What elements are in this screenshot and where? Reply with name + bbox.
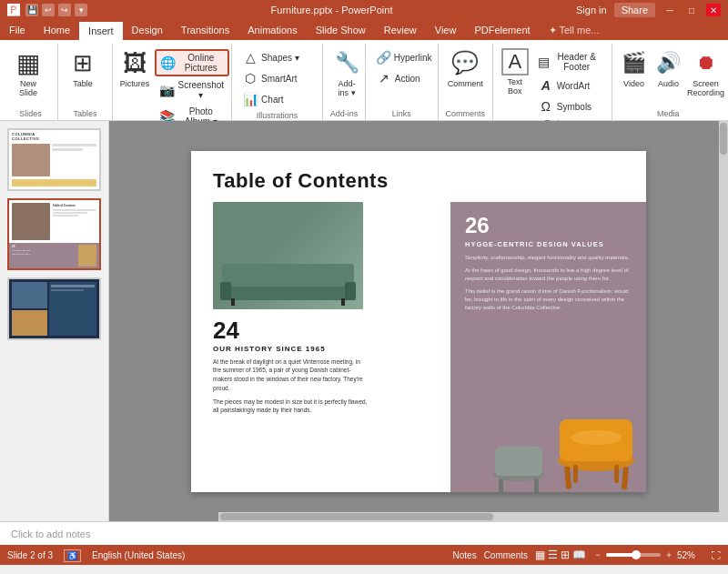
redo-quick-icon[interactable]: ↪	[58, 4, 71, 16]
illustrations-group-content: △ Shapes ▾ ⬡ SmartArt 📊 Chart	[238, 47, 317, 109]
slide-2-thumbnail[interactable]: Table of Contents 26HYGGE-CENTRICDESIGN …	[7, 198, 101, 270]
tab-tellme[interactable]: ✦ Tell me...	[540, 20, 609, 40]
media-group-content: 🎬 Video 🔊 Audio ⏺ ScreenRecording	[618, 45, 719, 107]
maximize-button[interactable]: □	[684, 4, 699, 16]
tab-view[interactable]: View	[426, 20, 466, 40]
window-title: Furniture.pptx - PowerPoint	[87, 5, 576, 15]
addins-button[interactable]: 🔧 Add-ins ▾	[329, 45, 365, 100]
slide-canvas: Table of Contents	[191, 151, 646, 492]
scrollbar-thumb[interactable]	[720, 123, 727, 155]
text-box-button[interactable]: A TextBox	[499, 45, 531, 98]
section-24-text: At the break of daylight on a quiet Vint…	[213, 357, 368, 393]
addins-group-content: 🔧 Add-ins ▾	[329, 45, 359, 107]
table-icon: ⊞	[68, 48, 97, 77]
symbols-button[interactable]: Ω Symbols	[533, 96, 606, 116]
vertical-scrollbar[interactable]	[719, 121, 728, 521]
action-button[interactable]: ↗ Action	[371, 68, 432, 88]
tab-home[interactable]: Home	[35, 20, 79, 40]
tables-group-label: Tables	[64, 107, 106, 118]
hyperlink-button[interactable]: 🔗 Hyperlink	[371, 47, 432, 67]
language: English (United States)	[92, 550, 185, 560]
slide-title: Table of Contents	[213, 169, 624, 193]
shapes-button[interactable]: △ Shapes ▾	[238, 47, 317, 67]
view-controls: ▦ ☰ ⊞ 📖	[535, 549, 586, 561]
comment-icon: 💬	[450, 48, 480, 77]
hyperlink-icon: 🔗	[376, 50, 391, 65]
table-button[interactable]: ⊞ Table	[64, 45, 102, 91]
save-quick-icon[interactable]: 💾	[25, 4, 38, 16]
addins-group-label: Add-ins	[329, 107, 359, 118]
notes-placeholder[interactable]: Click to add notes	[11, 529, 90, 539]
tab-design[interactable]: Design	[123, 20, 172, 40]
slide-1-thumbnail[interactable]: COLUMBIACOLLECTIVE	[7, 128, 101, 191]
chart-button[interactable]: 📊 Chart	[238, 89, 317, 109]
screenshot-button[interactable]: 📷 Screenshot ▾	[155, 77, 229, 103]
header-footer-button[interactable]: ▤ Header & Footer	[533, 49, 606, 75]
share-button[interactable]: Share	[614, 3, 655, 17]
view-reading-icon[interactable]: 📖	[572, 549, 586, 561]
zoom-slider[interactable]	[606, 553, 661, 557]
illustrations-group-label: Illustrations	[238, 109, 317, 120]
notes-toggle[interactable]: Notes	[453, 550, 477, 560]
quick-access-toolbar: 💾 ↩ ↪ ▾	[25, 4, 87, 16]
comments-group-content: 💬 Comment	[444, 45, 487, 107]
slide-1-logo: COLUMBIACOLLECTIVE	[12, 133, 96, 142]
svg-rect-5	[614, 465, 619, 483]
canvas-area: Table of Contents	[109, 121, 728, 521]
tab-file[interactable]: File	[0, 20, 35, 40]
tab-animations[interactable]: Animations	[238, 20, 306, 40]
section-26-text2: At the heart of good design, thousands t…	[465, 267, 632, 283]
media-group-label: Media	[618, 107, 719, 118]
close-button[interactable]: ✕	[706, 4, 721, 16]
online-pictures-icon: 🌐	[160, 55, 176, 70]
horizontal-scrollbar[interactable]	[218, 512, 728, 521]
slide-1-container: 1 COLUMBIACOLLECTIVE	[4, 128, 105, 191]
slide-1-content: COLUMBIACOLLECTIVE	[9, 130, 99, 189]
zoom-out-button[interactable]: －	[593, 549, 602, 561]
zoom-slider-thumb[interactable]	[632, 550, 641, 559]
slide-info: Slide 2 of 3	[7, 550, 53, 560]
undo-quick-icon[interactable]: ↩	[42, 4, 55, 16]
tab-transitions[interactable]: Transitions	[172, 20, 238, 40]
text-small-group: ▤ Header & Footer A WordArt Ω Symbols	[533, 49, 606, 116]
view-normal-icon[interactable]: ▦	[535, 549, 545, 561]
scrollbar-h-thumb[interactable]	[220, 513, 493, 520]
addins-icon: 🔧	[332, 48, 361, 77]
slides-panel[interactable]: 1 COLUMBIACOLLECTIVE 2	[0, 121, 109, 521]
slide-3-thumbnail[interactable]	[7, 277, 101, 340]
tab-insert[interactable]: Insert	[79, 20, 123, 40]
view-sorter-icon[interactable]: ⊞	[561, 549, 570, 561]
slide-body: 24 OUR HISTORY SINCE 1965 At the break o…	[191, 202, 646, 492]
minimize-button[interactable]: ─	[662, 4, 677, 16]
zoom-in-button[interactable]: ＋	[664, 549, 673, 561]
tab-review[interactable]: Review	[375, 20, 426, 40]
slide-2-bottom: 26HYGGE-CENTRICDESIGN VALUES	[9, 243, 99, 268]
comment-button[interactable]: 💬 Comment	[444, 45, 487, 91]
view-outline-icon[interactable]: ☰	[548, 549, 558, 561]
customize-quick-icon[interactable]: ▾	[75, 4, 87, 16]
zoom-slider-fill	[606, 553, 633, 557]
video-button[interactable]: 🎬 Video	[618, 45, 651, 91]
svg-rect-8	[495, 447, 542, 476]
slide-1-image	[12, 144, 50, 176]
wordart-button[interactable]: A WordArt	[533, 76, 606, 96]
zoom-level[interactable]: 52%	[677, 550, 704, 560]
pictures-button[interactable]: 🖼 Pictures	[118, 45, 151, 91]
ribbon-tabs: File Home Insert Design Transitions Anim…	[0, 20, 728, 40]
fit-slide-button[interactable]: ⛶	[712, 550, 721, 560]
title-bar-right: Sign in Share ─ □ ✕	[576, 3, 721, 17]
screen-recording-button[interactable]: ⏺ ScreenRecording	[687, 45, 725, 100]
ribbon-group-comments: 💬 Comment Comments	[439, 44, 493, 120]
new-slide-button[interactable]: ▦ NewSlide	[9, 45, 47, 100]
online-pictures-button[interactable]: 🌐 Online Pictures	[155, 49, 229, 76]
sign-in-link[interactable]: Sign in	[576, 5, 607, 15]
images-group-content: 🖼 Pictures 🌐 Online Pictures 📷 Screensho…	[118, 45, 226, 129]
audio-button[interactable]: 🔊 Audio	[652, 45, 685, 91]
section-24-title: OUR HISTORY SINCE 1965	[213, 345, 429, 353]
smartart-button[interactable]: ⬡ SmartArt	[238, 68, 317, 88]
svg-rect-9	[499, 478, 503, 492]
tab-pdfelement[interactable]: PDFelement	[465, 20, 539, 40]
notes-bar[interactable]: Click to add notes	[0, 521, 728, 545]
tab-slideshow[interactable]: Slide Show	[307, 20, 375, 40]
comments-toggle[interactable]: Comments	[484, 550, 528, 560]
